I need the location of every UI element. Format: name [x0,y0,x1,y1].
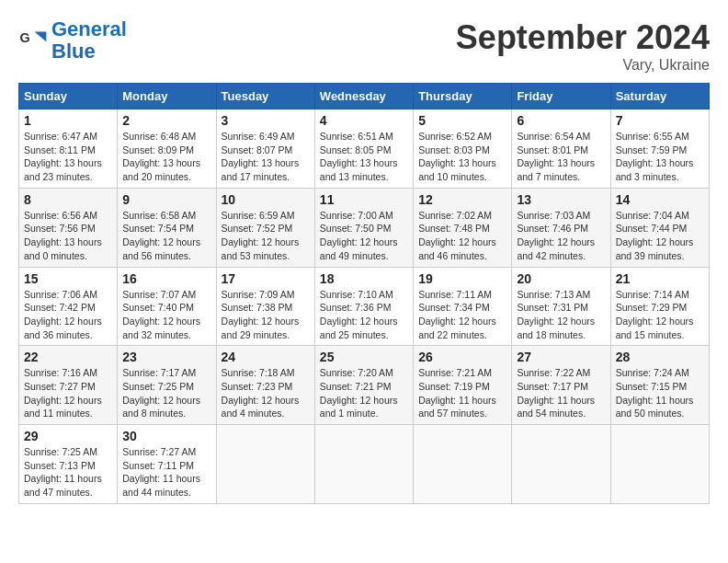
calendar-cell [216,425,314,504]
day-info: Sunrise: 7:02 AM Sunset: 7:48 PM Dayligh… [418,209,506,263]
calendar-week-4: 22 Sunrise: 7:16 AM Sunset: 7:27 PM Dayl… [19,346,710,425]
calendar-cell: 2 Sunrise: 6:48 AM Sunset: 8:09 PM Dayli… [118,109,216,189]
dow-header-friday: Friday [512,84,610,109]
day-info: Sunrise: 7:22 AM Sunset: 7:17 PM Dayligh… [517,366,605,420]
calendar-week-2: 8 Sunrise: 6:56 AM Sunset: 7:56 PM Dayli… [19,188,710,267]
day-number: 26 [418,350,506,364]
day-info: Sunrise: 7:24 AM Sunset: 7:15 PM Dayligh… [616,366,704,420]
day-number: 14 [616,192,704,207]
calendar-cell: 26 Sunrise: 7:21 AM Sunset: 7:19 PM Dayl… [414,346,512,425]
day-info: Sunrise: 7:14 AM Sunset: 7:29 PM Dayligh… [616,288,704,342]
logo-icon: G [18,26,48,55]
month-title: September 2024 [456,18,710,57]
dow-header-saturday: Saturday [610,84,709,109]
calendar-table: SundayMondayTuesdayWednesdayThursdayFrid… [18,83,710,504]
day-number: 11 [320,192,408,207]
page-header: G General Blue September 2024 Vary, Ukra… [18,18,710,74]
dow-header-thursday: Thursday [414,84,512,109]
day-info: Sunrise: 6:54 AM Sunset: 8:01 PM Dayligh… [517,130,605,184]
day-number: 25 [320,350,408,364]
calendar-cell: 15 Sunrise: 7:06 AM Sunset: 7:42 PM Dayl… [19,267,118,346]
location: Vary, Ukraine [456,57,710,74]
day-info: Sunrise: 7:11 AM Sunset: 7:34 PM Dayligh… [418,288,506,342]
title-block: September 2024 Vary, Ukraine [456,18,710,74]
svg-marker-1 [35,32,47,42]
logo-line1: General [51,17,127,40]
calendar-cell: 27 Sunrise: 7:22 AM Sunset: 7:17 PM Dayl… [512,346,610,425]
calendar-cell: 13 Sunrise: 7:03 AM Sunset: 7:46 PM Dayl… [512,188,610,267]
day-number: 21 [616,271,704,286]
calendar-cell [414,425,512,504]
calendar-cell [314,425,413,504]
calendar-cell: 10 Sunrise: 6:59 AM Sunset: 7:52 PM Dayl… [216,188,314,267]
day-number: 12 [418,192,506,207]
calendar-week-1: 1 Sunrise: 6:47 AM Sunset: 8:11 PM Dayli… [19,109,710,189]
day-number: 23 [122,350,210,364]
day-info: Sunrise: 7:18 AM Sunset: 7:23 PM Dayligh… [222,366,310,420]
calendar-cell: 28 Sunrise: 7:24 AM Sunset: 7:15 PM Dayl… [610,346,709,425]
svg-text:G: G [20,30,30,45]
calendar-cell: 3 Sunrise: 6:49 AM Sunset: 8:07 PM Dayli… [216,109,314,189]
calendar-cell: 18 Sunrise: 7:10 AM Sunset: 7:36 PM Dayl… [314,267,413,346]
day-number: 4 [320,113,408,128]
day-number: 15 [24,271,112,286]
dow-header-tuesday: Tuesday [216,84,314,109]
calendar-cell: 5 Sunrise: 6:52 AM Sunset: 8:03 PM Dayli… [414,109,512,189]
calendar-cell: 1 Sunrise: 6:47 AM Sunset: 8:11 PM Dayli… [19,109,118,189]
calendar-cell [512,425,610,504]
calendar-cell: 19 Sunrise: 7:11 AM Sunset: 7:34 PM Dayl… [414,267,512,346]
calendar-cell: 17 Sunrise: 7:09 AM Sunset: 7:38 PM Dayl… [216,267,314,346]
calendar-cell: 16 Sunrise: 7:07 AM Sunset: 7:40 PM Dayl… [118,267,216,346]
calendar-cell: 24 Sunrise: 7:18 AM Sunset: 7:23 PM Dayl… [216,346,314,425]
calendar-week-3: 15 Sunrise: 7:06 AM Sunset: 7:42 PM Dayl… [19,267,710,346]
day-number: 5 [418,113,506,128]
day-info: Sunrise: 7:07 AM Sunset: 7:40 PM Dayligh… [122,288,210,342]
calendar-cell: 20 Sunrise: 7:13 AM Sunset: 7:31 PM Dayl… [512,267,610,346]
calendar-cell: 8 Sunrise: 6:56 AM Sunset: 7:56 PM Dayli… [19,188,118,267]
day-number: 22 [24,350,112,364]
calendar-cell: 9 Sunrise: 6:58 AM Sunset: 7:54 PM Dayli… [118,188,216,267]
day-info: Sunrise: 7:03 AM Sunset: 7:46 PM Dayligh… [517,209,605,263]
day-number: 8 [24,192,112,207]
calendar-cell: 29 Sunrise: 7:25 AM Sunset: 7:13 PM Dayl… [19,425,118,504]
dow-header-monday: Monday [118,84,216,109]
day-info: Sunrise: 6:47 AM Sunset: 8:11 PM Dayligh… [24,130,112,184]
calendar-cell: 25 Sunrise: 7:20 AM Sunset: 7:21 PM Dayl… [314,346,413,425]
day-number: 24 [222,350,310,364]
day-info: Sunrise: 6:58 AM Sunset: 7:54 PM Dayligh… [122,209,210,263]
day-info: Sunrise: 7:17 AM Sunset: 7:25 PM Dayligh… [122,366,210,420]
logo: G General Blue [18,18,127,63]
dow-header-wednesday: Wednesday [314,84,413,109]
day-info: Sunrise: 6:51 AM Sunset: 8:05 PM Dayligh… [320,130,408,184]
day-number: 6 [517,113,605,128]
calendar-cell: 22 Sunrise: 7:16 AM Sunset: 7:27 PM Dayl… [19,346,118,425]
day-number: 1 [24,113,112,128]
day-number: 19 [418,271,506,286]
day-number: 9 [122,192,210,207]
day-info: Sunrise: 7:20 AM Sunset: 7:21 PM Dayligh… [320,366,408,420]
day-number: 16 [122,271,210,286]
day-info: Sunrise: 6:59 AM Sunset: 7:52 PM Dayligh… [222,209,310,263]
day-info: Sunrise: 7:13 AM Sunset: 7:31 PM Dayligh… [517,288,605,342]
day-number: 2 [122,113,210,128]
day-number: 27 [517,350,605,364]
day-number: 13 [517,192,605,207]
day-info: Sunrise: 7:06 AM Sunset: 7:42 PM Dayligh… [24,288,112,342]
calendar-cell: 14 Sunrise: 7:04 AM Sunset: 7:44 PM Dayl… [610,188,709,267]
day-info: Sunrise: 7:10 AM Sunset: 7:36 PM Dayligh… [320,288,408,342]
day-number: 29 [24,429,112,443]
dow-header-sunday: Sunday [19,84,118,109]
day-number: 18 [320,271,408,286]
day-number: 30 [122,429,210,443]
day-number: 7 [616,113,704,128]
calendar-cell: 4 Sunrise: 6:51 AM Sunset: 8:05 PM Dayli… [314,109,413,189]
day-info: Sunrise: 6:52 AM Sunset: 8:03 PM Dayligh… [418,130,506,184]
calendar-cell: 7 Sunrise: 6:55 AM Sunset: 7:59 PM Dayli… [610,109,709,189]
calendar-cell: 6 Sunrise: 6:54 AM Sunset: 8:01 PM Dayli… [512,109,610,189]
day-info: Sunrise: 7:21 AM Sunset: 7:19 PM Dayligh… [418,366,506,420]
calendar-cell: 12 Sunrise: 7:02 AM Sunset: 7:48 PM Dayl… [414,188,512,267]
calendar-week-5: 29 Sunrise: 7:25 AM Sunset: 7:13 PM Dayl… [19,425,710,504]
day-info: Sunrise: 7:09 AM Sunset: 7:38 PM Dayligh… [222,288,310,342]
day-info: Sunrise: 7:25 AM Sunset: 7:13 PM Dayligh… [24,445,112,500]
day-number: 3 [222,113,310,128]
